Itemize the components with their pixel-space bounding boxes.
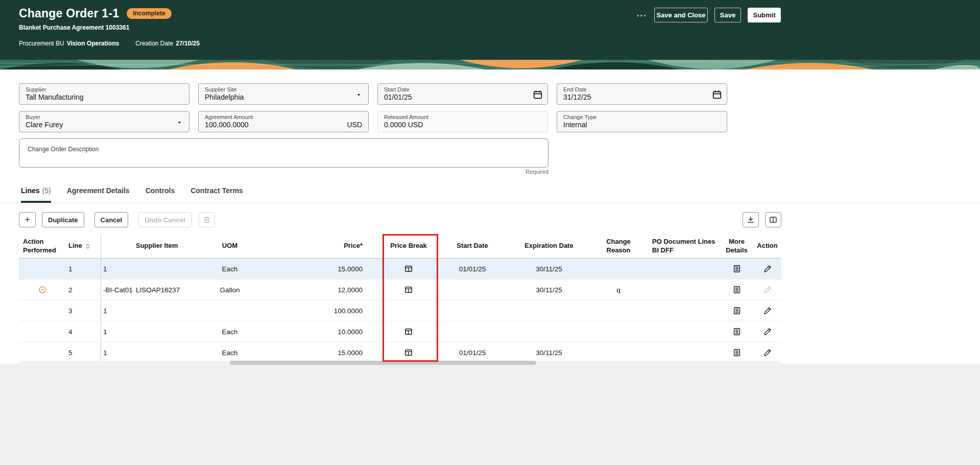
table-row[interactable]: 5 1 Each 15.0000 01/01/25 30/11/25	[19, 342, 781, 363]
table-row[interactable]: 4 1 Each 10.0000	[19, 321, 781, 342]
supplier-site-field[interactable]: Supplier Site Philadelphia	[198, 83, 369, 105]
chevron-down-icon[interactable]	[355, 92, 362, 98]
col-action-performed: Action Performed	[19, 238, 65, 254]
chevron-down-icon[interactable]	[176, 120, 183, 125]
start-date-field[interactable]: Start Date 01/01/25	[377, 83, 548, 105]
required-hint: Required	[19, 169, 548, 175]
col-action: Action	[753, 242, 781, 250]
sort-icon[interactable]	[85, 243, 91, 250]
tab-contract-terms[interactable]: Contract Terms	[190, 187, 243, 203]
supplier-field[interactable]: Supplier Tall Manufacturing	[19, 83, 189, 105]
header-meta: Procurement BUVision Operations Creation…	[19, 40, 200, 47]
calendar-icon[interactable]	[533, 89, 543, 100]
buyer-label: Buyer	[26, 114, 183, 120]
export-button[interactable]	[743, 212, 759, 227]
edit-pencil-icon[interactable]	[761, 326, 774, 338]
change-type-field[interactable]: Change Type Internal	[557, 111, 727, 132]
released-amount-label: Released Amount	[384, 114, 541, 120]
procurement-bu: Procurement BUVision Operations	[19, 40, 119, 47]
cell-item: 1	[101, 342, 133, 363]
cell-price: 100.0000	[266, 307, 378, 315]
end-date-value: 31/12/25	[563, 93, 721, 101]
change-type-label: Change Type	[563, 114, 721, 120]
end-date-field[interactable]: End Date 31/12/25	[557, 83, 727, 105]
more-actions-button[interactable]: ⋯	[633, 8, 650, 22]
cell-expiration-date: 30/11/25	[506, 265, 592, 273]
procurement-bu-value: Vision Operations	[67, 40, 119, 47]
released-amount-value: 0.0000 USD	[384, 121, 541, 129]
creation-date-value: 27/10/25	[176, 40, 200, 47]
change-order-description-field[interactable]: Change Order Description	[19, 138, 548, 168]
duplicate-button[interactable]: Duplicate	[42, 212, 84, 227]
tab-bar: Lines(5) Agreement Details Controls Cont…	[0, 187, 980, 203]
table-horizontal-scrollbar[interactable]	[19, 361, 781, 365]
undo-cancel-button: Undo Cancel	[138, 212, 191, 227]
edit-pencil-icon[interactable]	[761, 305, 774, 317]
supplier-site-label: Supplier Site	[205, 86, 362, 92]
price-break-icon[interactable]	[402, 263, 415, 275]
price-break-icon[interactable]	[402, 284, 415, 296]
lines-toolbar: + Duplicate Cancel Undo Cancel	[19, 212, 781, 227]
col-change-reason: Change Reason	[592, 238, 644, 254]
start-date-label: Start Date	[384, 86, 541, 92]
table-row[interactable]: 2 -BI-Cat01 LISOAP16237 Gallon 12.0000 3…	[19, 280, 781, 300]
cell-item: 1	[101, 259, 133, 279]
agreement-amount-field[interactable]: Agreement Amount 100,000.0000 USD	[198, 111, 369, 132]
col-price: Price*	[266, 242, 378, 250]
change-order-description-label: Change Order Description	[28, 146, 540, 153]
col-price-break: Price Break	[378, 242, 439, 250]
end-date-label: End Date	[563, 86, 721, 92]
price-break-icon[interactable]	[402, 346, 415, 359]
cell-uom: Each	[194, 328, 266, 336]
edit-pencil-icon[interactable]	[761, 263, 774, 275]
price-break-icon[interactable]	[402, 326, 415, 338]
cancel-line-button[interactable]: Cancel	[94, 212, 129, 227]
more-details-icon[interactable]	[731, 346, 743, 359]
agreement-subtitle: Blanket Purchase Agreement 1003361	[19, 24, 129, 31]
buyer-value: Clare Furey	[26, 121, 183, 129]
cell-uom: Each	[194, 265, 266, 273]
cell-start-date: 01/01/25	[439, 349, 506, 357]
table-row[interactable]: 1 1 Each 15.0000 01/01/25 30/11/25	[19, 259, 781, 280]
cell-price: 15.0000	[266, 349, 378, 357]
table-row[interactable]: 3 1 100.0000	[19, 300, 781, 321]
tab-lines-count: (5)	[42, 187, 51, 195]
agreement-amount-value: 100,000.0000	[205, 121, 249, 129]
creation-date: Creation Date27/10/25	[135, 40, 200, 47]
tab-lines[interactable]: Lines(5)	[21, 187, 51, 203]
cell-line: 4	[65, 328, 101, 336]
calendar-icon[interactable]	[712, 89, 722, 100]
edit-pencil-icon[interactable]	[761, 346, 774, 359]
agreement-amount-currency: USD	[347, 121, 362, 129]
cell-uom: Gallon	[194, 286, 266, 294]
released-amount-field: Released Amount 0.0000 USD	[377, 111, 548, 132]
add-line-button[interactable]: +	[19, 212, 36, 227]
edit-pencil-icon	[761, 284, 774, 296]
cell-change-reason: q	[592, 286, 644, 294]
cell-line: 3	[65, 307, 101, 315]
save-and-close-button[interactable]: Save and Close	[654, 8, 708, 22]
col-line[interactable]: Line	[65, 242, 101, 250]
cell-item: -BI-Cat01	[101, 280, 133, 300]
save-button[interactable]: Save	[714, 8, 741, 22]
procurement-bu-label: Procurement BU	[19, 40, 64, 47]
submit-button[interactable]: Submit	[748, 8, 781, 22]
cell-uom: Each	[194, 349, 266, 357]
buyer-field[interactable]: Buyer Clare Furey	[19, 111, 189, 132]
cell-expiration-date: 30/11/25	[506, 286, 592, 294]
more-details-icon[interactable]	[731, 284, 743, 296]
tab-agreement-details[interactable]: Agreement Details	[67, 187, 130, 203]
tab-controls[interactable]: Controls	[146, 187, 175, 203]
lines-table: Action Performed Line Supplier Item UOM …	[19, 234, 781, 363]
manage-columns-button[interactable]	[765, 212, 781, 227]
more-details-icon[interactable]	[731, 326, 743, 338]
download-icon	[747, 216, 755, 224]
more-details-icon[interactable]	[731, 305, 743, 317]
agreement-amount-label: Agreement Amount	[205, 114, 362, 120]
change-order-page: Change Order 1-1 Incomplete Blanket Purc…	[0, 0, 980, 465]
scrollbar-thumb[interactable]	[230, 361, 536, 365]
change-type-value: Internal	[563, 121, 721, 129]
cell-price: 15.0000	[266, 265, 378, 273]
status-badge: Incomplete	[127, 8, 171, 19]
more-details-icon[interactable]	[731, 263, 743, 275]
